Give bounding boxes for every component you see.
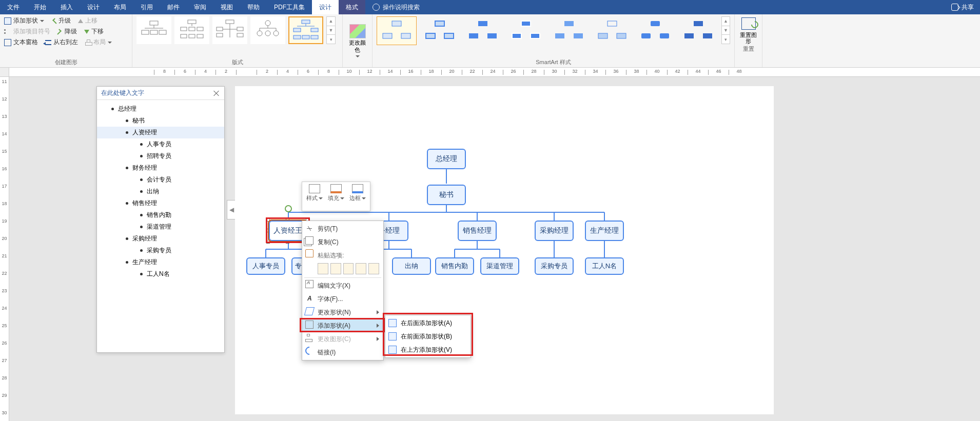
style-thumb-6[interactable]: [592, 16, 632, 45]
tab-help[interactable]: 帮助: [240, 0, 267, 14]
rotate-handle[interactable]: [285, 205, 292, 212]
gallery-up-icon[interactable]: ▲: [722, 17, 730, 26]
change-colors-button[interactable]: 更改颜色: [343, 14, 373, 67]
outline-item[interactable]: 人资经理: [97, 127, 224, 138]
style-thumb-1[interactable]: [377, 16, 417, 45]
style-thumb-7[interactable]: [635, 16, 675, 45]
style-thumb-4[interactable]: [506, 16, 546, 45]
svg-rect-59: [684, 33, 694, 38]
styles-scroll[interactable]: ▲▼▾: [721, 16, 730, 44]
tab-view[interactable]: 视图: [213, 0, 240, 14]
text-pane-body[interactable]: 总经理秘书人资经理人事专员招聘专员财务经理会计专员出纳销售经理销售内勤渠道管理采…: [97, 100, 224, 283]
style-thumb-3[interactable]: [463, 16, 503, 45]
layout-thumb-2[interactable]: [174, 16, 209, 44]
share-button[interactable]: 共享: [951, 3, 974, 12]
add-shape-button[interactable]: 添加形状: [4, 16, 44, 25]
node-hr-specialist[interactable]: 人事专员: [246, 257, 285, 275]
tab-references[interactable]: 引用: [133, 0, 160, 14]
outline-item[interactable]: 采购专员: [97, 245, 224, 256]
layout-thumb-4[interactable]: [250, 16, 285, 44]
node-root[interactable]: 总经理: [427, 149, 466, 169]
mini-fill-button[interactable]: 填充: [328, 184, 344, 209]
node-sales-manager[interactable]: 销售经理: [458, 220, 497, 241]
outline-item[interactable]: 采购经理: [97, 233, 224, 245]
tab-insert[interactable]: 插入: [53, 0, 80, 14]
tab-design[interactable]: 设计: [80, 0, 107, 14]
style-thumb-5[interactable]: [549, 16, 589, 45]
outline-item[interactable]: 销售内勤: [97, 209, 224, 221]
demote-button[interactable]: 降级: [57, 27, 77, 36]
tab-file[interactable]: 文件: [0, 0, 27, 14]
outline-item[interactable]: 财务经理: [97, 162, 224, 174]
outline-item[interactable]: 销售经理: [97, 197, 224, 209]
paste-option-2[interactable]: [330, 263, 341, 274]
layout-button[interactable]: 布局: [85, 38, 112, 47]
node-production-manager[interactable]: 生产经理: [585, 220, 624, 241]
outline-item[interactable]: 秘书: [97, 115, 224, 127]
outline-item[interactable]: 渠道管理: [97, 221, 224, 233]
mini-style-button[interactable]: 样式: [306, 184, 323, 209]
gallery-more-icon[interactable]: ▾: [722, 35, 730, 44]
outline-item[interactable]: 招聘专员: [97, 150, 224, 162]
tab-smartart-design[interactable]: 设计: [312, 0, 339, 14]
ctx-edit-text[interactable]: 编辑文字(X): [302, 279, 383, 292]
tab-review[interactable]: 审阅: [187, 0, 213, 14]
sub-add-after[interactable]: 在后面添加形状(A): [385, 316, 471, 330]
ctx-cut[interactable]: 剪切(T): [302, 222, 383, 235]
gallery-scroll[interactable]: ▲▼▾: [326, 16, 336, 44]
node-sales-support[interactable]: 销售内勤: [435, 257, 474, 275]
node-secretary[interactable]: 秘书: [427, 185, 466, 205]
node-purchase-manager[interactable]: 采购经理: [535, 220, 574, 241]
gallery-down-icon[interactable]: ▼: [327, 26, 335, 35]
tab-smartart-format[interactable]: 格式: [339, 0, 365, 14]
sub-add-above[interactable]: 在上方添加形状(V): [385, 343, 471, 356]
paste-option-3[interactable]: [343, 263, 354, 274]
smartart-canvas[interactable]: 总经理 秘书 人资经王 务经理 销售经理 采购经理 生产经理 人事专员 专 出纳…: [235, 86, 774, 414]
outline-item[interactable]: 生产经理: [97, 256, 224, 268]
gallery-up-icon[interactable]: ▲: [327, 17, 335, 26]
node-purchaser[interactable]: 采购专员: [535, 257, 574, 275]
outline-item[interactable]: 总经理: [97, 103, 224, 115]
ctx-copy[interactable]: 复制(C): [302, 235, 383, 249]
layout-thumb-1[interactable]: [136, 16, 171, 44]
node-channel-mgmt[interactable]: 渠道管理: [480, 257, 519, 275]
paste-option-4[interactable]: [356, 263, 366, 274]
style-thumb-8[interactable]: [678, 16, 718, 45]
ctx-change-layout[interactable]: 更改图形(C): [302, 332, 383, 346]
text-pane-button[interactable]: 文本窗格: [4, 38, 38, 47]
gallery-down-icon[interactable]: ▼: [722, 26, 730, 35]
sub-add-before[interactable]: 在前面添加形状(B): [385, 330, 471, 343]
move-up-button[interactable]: 上移: [78, 16, 97, 25]
node-hr-manager[interactable]: 人资经王: [269, 220, 307, 241]
paste-option-5[interactable]: [368, 263, 379, 274]
tell-me-search[interactable]: 操作说明搜索: [365, 3, 427, 12]
rtl-button[interactable]: 从右到左: [45, 38, 78, 47]
add-bullet-button[interactable]: 添加项目符号: [4, 27, 50, 36]
tab-home[interactable]: 开始: [27, 0, 53, 14]
promote-button[interactable]: 升级: [51, 16, 71, 25]
ctx-font[interactable]: 字体(F)...: [302, 292, 383, 306]
svg-rect-37: [392, 21, 401, 26]
tab-mailings[interactable]: 邮件: [160, 0, 187, 14]
move-down-button[interactable]: 下移: [84, 27, 104, 36]
outline-item[interactable]: 工人N名: [97, 268, 224, 280]
tab-pdf-tools[interactable]: PDF工具集: [267, 0, 312, 14]
node-cashier[interactable]: 出纳: [392, 257, 431, 275]
style-thumb-2[interactable]: [420, 16, 460, 45]
mini-outline-button[interactable]: 边框: [349, 184, 366, 209]
ctx-change-shape[interactable]: 更改形状(N): [302, 306, 383, 319]
reset-graphic-button[interactable]: 重置图形: [739, 17, 758, 44]
ctx-link[interactable]: 链接(I): [302, 346, 383, 359]
node-workers[interactable]: 工人N名: [585, 257, 624, 275]
close-icon[interactable]: [213, 90, 220, 97]
outline-item[interactable]: 出纳: [97, 186, 224, 197]
layout-thumb-3[interactable]: [212, 16, 247, 44]
ctx-add-shape[interactable]: 添加形状(A): [302, 319, 383, 332]
paste-option-1[interactable]: [318, 263, 328, 274]
outline-item[interactable]: 人事专员: [97, 138, 224, 150]
outline-item[interactable]: 会计专员: [97, 174, 224, 186]
submenu-arrow-icon: [377, 337, 379, 341]
gallery-more-icon[interactable]: ▾: [327, 35, 335, 44]
layout-thumb-5[interactable]: [288, 16, 323, 44]
tab-layout[interactable]: 布局: [107, 0, 133, 14]
